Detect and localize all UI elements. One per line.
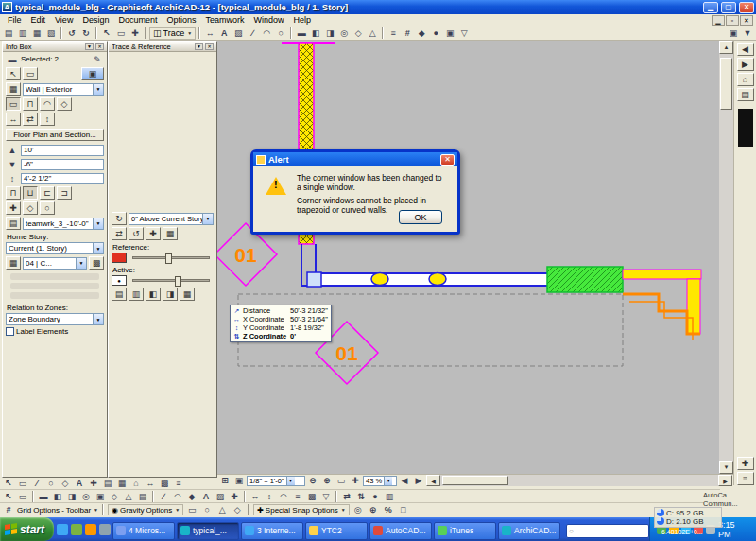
- navigator-map-icon[interactable]: ▤: [737, 88, 754, 101]
- label-elements-checkbox[interactable]: [6, 327, 14, 336]
- scroll-down-icon[interactable]: ▼: [719, 461, 733, 474]
- menu-options[interactable]: Options: [162, 15, 200, 25]
- grid-icon[interactable]: #: [2, 504, 15, 516]
- vertical-scrollbar[interactable]: ▲ ▼: [719, 41, 733, 474]
- column-node-2[interactable]: [429, 273, 446, 286]
- window-tool-icon[interactable]: ◨: [323, 27, 336, 40]
- favorite-dropdown[interactable]: Wall | Exterior ▼: [23, 83, 104, 96]
- home-story-dropdown[interactable]: Current (1. Story) ▼: [6, 242, 104, 254]
- roof-tool-icon[interactable]: △: [366, 27, 379, 40]
- ok-button[interactable]: OK: [399, 210, 442, 224]
- taskbar-item-typical-module[interactable]: typical_...: [177, 522, 239, 540]
- menu-help[interactable]: Help: [289, 15, 317, 25]
- arrow-mode-button[interactable]: ↖: [6, 67, 21, 80]
- scroll-left-icon[interactable]: ◀: [426, 475, 440, 486]
- menu-file[interactable]: File: [3, 15, 26, 25]
- slider-thumb[interactable]: [175, 276, 181, 287]
- print-icon[interactable]: ▧: [44, 27, 58, 40]
- story-select-icon[interactable]: ▣: [232, 475, 246, 487]
- geometry-poly-button[interactable]: ◇: [57, 97, 72, 111]
- line-tool-icon[interactable]: ∕: [30, 478, 43, 490]
- section-tool-icon[interactable]: ⇄: [340, 490, 353, 502]
- stepped-corner-inner[interactable]: [629, 302, 693, 340]
- next-view-icon[interactable]: ▶: [412, 475, 425, 487]
- hotspot-tool-icon[interactable]: ✚: [87, 478, 100, 490]
- zone-tool-icon[interactable]: ▩: [305, 490, 318, 502]
- taskbar-item-office[interactable]: 4 Micros...: [112, 522, 175, 540]
- hotspot-tool-icon[interactable]: ✚: [228, 490, 241, 502]
- taskbar-item-archicad[interactable]: ArchiCAD...: [498, 522, 560, 540]
- overlay-button[interactable]: ◨: [163, 288, 178, 301]
- trace-dropdown[interactable]: ◫ Trace ▼: [149, 27, 196, 40]
- lines-toggle-button[interactable]: ▥: [129, 288, 144, 301]
- dimension-tool-icon[interactable]: ↔: [249, 490, 262, 502]
- quicklaunch-desktop-icon[interactable]: [71, 524, 82, 535]
- palette-menu-icon[interactable]: ▼: [195, 43, 203, 50]
- door-tool-icon[interactable]: ◧: [309, 27, 322, 40]
- snap-half-icon[interactable]: ◎: [352, 504, 365, 516]
- settings-dialog-button[interactable]: ▣: [81, 67, 104, 80]
- trace-palette-titlebar[interactable]: Trace & Reference ▼ ✕: [109, 42, 216, 52]
- navigator-back-icon[interactable]: ◀: [737, 43, 754, 56]
- wall-offset-button[interactable]: ↕: [40, 113, 55, 126]
- selected-green-element[interactable]: [547, 267, 623, 292]
- snap-grid-icon[interactable]: ▭: [185, 504, 198, 516]
- angle-dimension-icon[interactable]: ◠: [277, 490, 290, 502]
- mesh-tool-icon[interactable]: ⌂: [129, 478, 143, 490]
- slab-tool-icon[interactable]: ◇: [108, 490, 121, 502]
- redo-icon[interactable]: ↻: [79, 27, 93, 40]
- geometry-straight-button[interactable]: ▭: [6, 97, 21, 111]
- grid-icon[interactable]: #: [401, 27, 414, 40]
- menu-window[interactable]: Window: [249, 15, 288, 25]
- collapse-icon[interactable]: ▼: [741, 27, 754, 40]
- zoom-in-icon[interactable]: ⊕: [320, 475, 334, 487]
- detail-tool-icon[interactable]: ▩: [158, 478, 171, 490]
- vertical-wall-band[interactable]: [687, 279, 700, 334]
- column-tool-icon[interactable]: ◎: [337, 27, 351, 40]
- pan-tool-icon[interactable]: ✚: [129, 27, 142, 40]
- slab-tool-icon[interactable]: ◇: [352, 27, 365, 40]
- move-reference-button[interactable]: ✚: [146, 227, 161, 240]
- story-icon[interactable]: ▣: [443, 27, 456, 40]
- refline-center-button[interactable]: ⊔: [23, 186, 38, 200]
- door-tool-icon[interactable]: ◧: [51, 490, 64, 502]
- info-box-titlebar[interactable]: Info Box ▼ ✕: [3, 42, 107, 52]
- beam-tool-icon[interactable]: ▣: [94, 490, 107, 502]
- navigator-forward-icon[interactable]: ▶: [737, 58, 754, 71]
- text-tool-icon[interactable]: A: [217, 27, 231, 40]
- dimension-tool-icon[interactable]: ↔: [144, 478, 157, 490]
- quicklaunch-browser-icon[interactable]: [57, 524, 68, 535]
- reference-story-dropdown[interactable]: 0" Above Current Story ▼: [129, 213, 214, 225]
- edit-icon[interactable]: ✎: [91, 53, 104, 65]
- vertical-wall[interactable]: [299, 43, 314, 150]
- snap-divisions-icon[interactable]: ⊕: [367, 504, 380, 516]
- refline-left-button[interactable]: ⊓: [6, 186, 21, 200]
- snap-percent-icon[interactable]: %: [382, 504, 395, 516]
- zoom-icon[interactable]: ●: [429, 27, 442, 40]
- pen-grid-button[interactable]: ▩: [89, 256, 104, 270]
- detail-tool-icon[interactable]: ●: [369, 490, 382, 502]
- floor-plan-section-button[interactable]: Floor Plan and Section...: [6, 129, 104, 141]
- alert-close-icon[interactable]: ✕: [440, 154, 455, 166]
- fit-in-window-icon[interactable]: ▭: [335, 475, 348, 487]
- navigator-home-icon[interactable]: ⌂: [737, 73, 754, 86]
- column-tool-icon[interactable]: ◎: [79, 490, 93, 502]
- menu-view[interactable]: View: [50, 15, 77, 25]
- polyline-tool-icon[interactable]: ◇: [59, 478, 72, 490]
- layer-dropdown[interactable]: teamwrk_3_-10'-0" ▼: [23, 218, 104, 230]
- line-tool-icon[interactable]: ∕: [246, 27, 259, 40]
- reference-options-button[interactable]: ▦: [163, 227, 178, 240]
- drawing-canvas[interactable]: 01 01 ↗ Distance 50'-3 21/32" ↔ X Coordi…: [217, 41, 719, 474]
- panel-add-icon[interactable]: ✚: [737, 457, 754, 470]
- start-button[interactable]: start: [0, 517, 54, 541]
- fill-tool-icon[interactable]: ▨: [232, 27, 245, 40]
- arc-tool-icon[interactable]: ◠: [171, 490, 184, 502]
- camera-icon[interactable]: ▽: [457, 27, 471, 40]
- dock-icon[interactable]: ▣: [727, 27, 740, 40]
- layer-icon-button[interactable]: ▤: [6, 217, 21, 230]
- wall-reference-button[interactable]: ↔: [6, 113, 21, 126]
- minimize-button[interactable]: ▁: [703, 2, 718, 13]
- dimension-icon[interactable]: ↔: [203, 27, 216, 40]
- window-tool-icon[interactable]: ◨: [65, 490, 78, 502]
- gravity-options-dropdown[interactable]: ◉ Gravity Options ▼: [108, 504, 183, 515]
